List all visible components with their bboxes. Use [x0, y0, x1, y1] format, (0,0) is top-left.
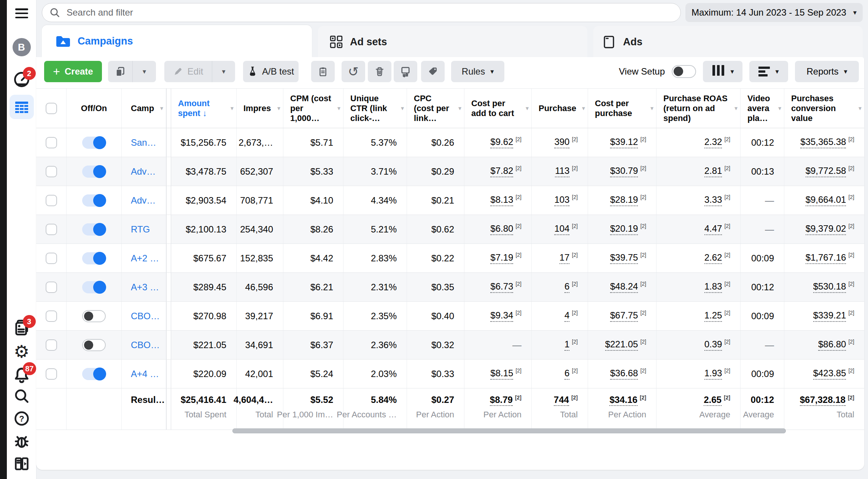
row-name-cell: Adv… [122, 157, 166, 186]
metric-value: $6.91 [310, 311, 333, 321]
column-header-video[interactable]: Video avera pla…▾ [741, 89, 784, 128]
column-sort-caret[interactable]: ▾ [526, 103, 529, 113]
breakdown-button[interactable]: ▾ [749, 61, 788, 82]
campaign-toggle[interactable] [82, 166, 106, 178]
column-sort-caret[interactable]: ▾ [582, 103, 585, 113]
clipboard-button[interactable] [311, 61, 335, 82]
hamburger-menu-icon[interactable] [15, 8, 28, 18]
column-sort-caret[interactable]: ▾ [778, 103, 781, 113]
campaign-name-link[interactable]: A+2 … [131, 253, 159, 264]
sidebar-item-notifications[interactable]: 87 [13, 366, 31, 384]
campaign-toggle[interactable] [82, 339, 106, 351]
campaign-name-link[interactable]: Adv… [131, 166, 156, 177]
column-header-onoff[interactable]: Off/On [67, 89, 122, 128]
campaign-toggle[interactable] [82, 310, 106, 322]
row-checkbox[interactable] [46, 224, 57, 235]
delete-button[interactable] [368, 61, 391, 82]
row-checkbox[interactable] [46, 103, 57, 114]
row-checkbox[interactable] [46, 195, 57, 206]
campaign-name-link[interactable]: A+4 … [131, 369, 159, 379]
column-header-uctr[interactable]: Unique CTR (link click-…▾ [343, 89, 407, 128]
campaign-name-link[interactable]: CBO… [131, 311, 160, 321]
column-sort-caret[interactable]: ▾ [734, 103, 738, 113]
row-onoff-cell [67, 186, 122, 215]
campaign-name-link[interactable]: A+3 … [131, 282, 159, 293]
campaign-name-link[interactable]: RTG [131, 224, 150, 235]
column-header-check[interactable] [36, 89, 67, 128]
column-header-purchases[interactable]: Purchase▾ [532, 89, 588, 128]
campaign-name-link[interactable]: Adv… [131, 195, 156, 206]
view-setup-toggle[interactable] [672, 65, 696, 78]
column-sort-caret[interactable]: ▾ [277, 103, 280, 113]
column-sort-caret[interactable]: ▾ [231, 103, 234, 113]
metric-value: 652,307 [240, 166, 273, 177]
campaign-toggle[interactable] [82, 137, 106, 149]
row-checkbox[interactable] [46, 368, 57, 380]
column-sort-caret[interactable]: ▾ [458, 103, 461, 113]
sidebar-item-collapse-panel[interactable] [13, 455, 30, 472]
column-sort-caret[interactable]: ▾ [858, 103, 862, 113]
edit-dropdown[interactable]: ▾ [212, 61, 235, 82]
row-checkbox[interactable] [46, 166, 57, 177]
column-sort-caret[interactable]: ▾ [650, 103, 653, 113]
campaign-toggle[interactable] [82, 252, 106, 264]
sidebar-item-report-bug[interactable] [13, 432, 30, 450]
metric-value: $9,664.01 [806, 194, 846, 206]
tab-ads[interactable]: Ads [593, 26, 863, 58]
metric-value: $8.15 [490, 368, 513, 380]
row-checkbox[interactable] [46, 253, 57, 264]
duplicate-dropdown[interactable]: ▾ [133, 61, 156, 82]
metric-value: $423.85 [813, 368, 846, 380]
column-header-name[interactable]: Camp▾ [122, 89, 166, 128]
cell-amount: $270.98 [171, 302, 237, 330]
sidebar-item-account-overview[interactable]: 2 [13, 71, 30, 88]
campaign-toggle[interactable] [82, 223, 106, 236]
row-checkbox[interactable] [46, 339, 57, 351]
sidebar-item-help[interactable]: ? [13, 410, 30, 427]
search-input[interactable] [66, 7, 674, 18]
column-sort-caret[interactable]: ▾ [337, 103, 340, 113]
row-checkbox[interactable] [46, 310, 57, 322]
column-header-cpc[interactable]: CPC (cost per link…▾ [407, 89, 464, 128]
campaign-name-link[interactable]: San… [131, 137, 156, 148]
metric-value: 5.21% [371, 224, 397, 235]
column-header-pcv[interactable]: Purchases conversion value▾ [784, 89, 864, 128]
tag-button[interactable] [421, 61, 445, 82]
date-range-selector[interactable]: Maximum: 14 Jun 2023 - 15 Sep 2023 ▾ [685, 3, 863, 22]
rules-button[interactable]: Rules ▾ [451, 61, 504, 82]
left-edge-strip [0, 0, 7, 479]
campaign-toggle[interactable] [82, 368, 106, 380]
row-checkbox[interactable] [46, 137, 57, 148]
column-header-cpm[interactable]: CPM (cost per 1,000…▾ [283, 89, 343, 128]
sidebar-item-campaigns-active[interactable] [10, 95, 34, 119]
horizontal-scrollbar[interactable] [232, 428, 786, 433]
edit-button[interactable]: Edit [164, 61, 212, 82]
campaign-toggle[interactable] [82, 281, 106, 293]
duplicate-button[interactable] [108, 61, 132, 82]
search-and-filter-bar[interactable] [42, 3, 681, 22]
column-header-amount[interactable]: Amount spent ↓▾ [171, 89, 237, 128]
column-sort-caret[interactable]: ▾ [160, 103, 163, 113]
export-button[interactable] [394, 61, 417, 82]
column-header-cpp[interactable]: Cost per purchase▾ [588, 89, 657, 128]
create-button[interactable]: + Create [44, 61, 102, 82]
column-header-cpatc[interactable]: Cost per add to cart▾ [464, 89, 532, 128]
reports-button[interactable]: Reports ▾ [795, 61, 859, 82]
campaign-name-link[interactable]: CBO… [131, 340, 160, 350]
sidebar-item-settings[interactable]: ⚙ [14, 343, 29, 360]
sidebar-item-search[interactable] [13, 388, 30, 404]
tab-ad-sets[interactable]: Ad sets [318, 26, 587, 58]
column-header-roas[interactable]: Purchase ROAS (return on ad spend)▾ [657, 89, 741, 128]
sidebar-item-updates[interactable]: 3 [13, 319, 30, 336]
column-sort-caret[interactable]: ▾ [401, 103, 404, 113]
cell-impressions: 34,691 [237, 331, 283, 359]
tab-campaigns[interactable]: Campaigns [42, 25, 312, 57]
avatar[interactable]: B [13, 38, 31, 56]
campaign-toggle[interactable] [82, 194, 106, 207]
columns-button[interactable]: ▾ [703, 61, 742, 82]
metric-value: 708,771 [240, 195, 273, 206]
ab-test-button[interactable]: A/B test [243, 61, 299, 82]
row-checkbox[interactable] [46, 282, 57, 293]
column-header-impressions[interactable]: Impres▾ [237, 89, 283, 128]
undo-button[interactable]: ↺ [342, 61, 365, 82]
